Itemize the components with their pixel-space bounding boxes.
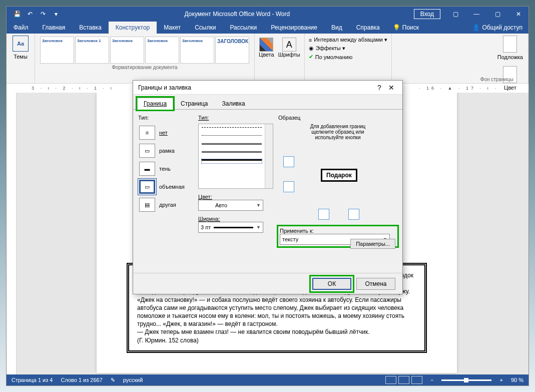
- search-label: Поиск: [402, 24, 419, 31]
- type-none[interactable]: ≡нет: [138, 124, 193, 142]
- save-icon[interactable]: 💾: [13, 10, 22, 19]
- spellcheck-icon[interactable]: ✎: [111, 377, 115, 383]
- maximize-icon[interactable]: ▢: [487, 7, 507, 22]
- line-style-item[interactable]: [202, 127, 262, 131]
- paragraph-group: ≡Интервал между абзацами ▾ ◉Эффекты ▾ ✔П…: [305, 34, 392, 83]
- watermark-button[interactable]: Подложка: [497, 36, 523, 60]
- dialog-body: Тип: ≡нет ▭рамка ▬тень ▭объемная ▤другая…: [133, 109, 402, 273]
- border-right-button[interactable]: [348, 209, 359, 220]
- style-item[interactable]: Заголовок: [180, 37, 214, 64]
- status-words[interactable]: Слово 1 из 2667: [61, 377, 102, 383]
- close-icon[interactable]: ✕: [508, 7, 528, 22]
- menu-help[interactable]: Справка: [349, 22, 387, 34]
- undo-icon[interactable]: ↶: [26, 10, 35, 19]
- themes-button[interactable]: Aa Темы: [11, 36, 31, 60]
- bulb-icon: 💡: [393, 24, 400, 31]
- ribbon: Aa Темы Заголовок Заголовок 1 Заголовок …: [7, 34, 528, 84]
- style-item[interactable]: ЗАГОЛОВОК: [215, 37, 249, 64]
- menu-references[interactable]: Ссылки: [188, 22, 223, 34]
- window-controls: Вход ▢ — ▢ ✕: [414, 7, 528, 22]
- width-combo[interactable]: 3 пт▼: [198, 222, 263, 233]
- check-icon: ✔: [309, 54, 313, 60]
- style-scrollbar[interactable]: [265, 124, 273, 188]
- redo-icon[interactable]: ↷: [39, 10, 48, 19]
- type-3d-icon: ▭: [139, 180, 155, 194]
- type-box[interactable]: ▭рамка: [138, 142, 193, 160]
- page-background-group: Подложка Цвет страницы Границы страниц: [492, 34, 528, 83]
- border-top-button[interactable]: [283, 156, 294, 167]
- fonts-button[interactable]: А Шрифты: [278, 38, 300, 58]
- line-style-item[interactable]: [202, 143, 262, 147]
- line-style-item[interactable]: [202, 151, 262, 155]
- type-shadow[interactable]: ▬тень: [138, 160, 193, 178]
- style-item[interactable]: Заголовок: [40, 37, 74, 64]
- menu-search[interactable]: 💡 Поиск: [387, 22, 425, 34]
- line-style-item[interactable]: [202, 135, 262, 139]
- style-gallery[interactable]: Заголовок Заголовок 1 Заголовок Заголово…: [39, 36, 250, 65]
- read-mode-icon[interactable]: [385, 376, 396, 384]
- chevron-down-icon: ▼: [256, 225, 261, 230]
- set-default-button[interactable]: ✔По умолчанию: [309, 53, 387, 61]
- doc-format-label: Форматирование документа: [39, 65, 250, 70]
- style-label: Тип:: [198, 115, 273, 121]
- web-layout-icon[interactable]: [411, 376, 422, 384]
- menu-view[interactable]: Вид: [324, 22, 349, 34]
- dialog-close-icon[interactable]: ✕: [385, 84, 397, 92]
- ok-button[interactable]: ОК: [312, 278, 351, 290]
- status-page[interactable]: Страница 1 из 4: [12, 377, 53, 383]
- style-item[interactable]: Заголовок: [145, 37, 179, 64]
- border-bottom-button[interactable]: [283, 181, 294, 192]
- quick-access-toolbar: 💾 ↶ ↷ ▾: [7, 10, 61, 19]
- watermark-icon: [503, 36, 517, 53]
- type-box-icon: ▭: [139, 144, 155, 158]
- dialog-title: Границы и заливка: [138, 84, 373, 91]
- qat-dropdown-icon[interactable]: ▾: [52, 10, 61, 19]
- menubar: Файл Главная Вставка Конструктор Макет С…: [7, 22, 528, 34]
- ribbon-options-icon[interactable]: ▢: [445, 7, 465, 22]
- menu-share[interactable]: 👤 Общий доступ: [466, 22, 528, 34]
- type-3d[interactable]: ▭объемная: [138, 178, 193, 196]
- print-layout-icon[interactable]: [398, 376, 409, 384]
- zoom-level[interactable]: 90 %: [511, 377, 523, 383]
- doc-quote: — Джек теперь мне взамен глаз! — не хвал…: [137, 328, 370, 335]
- menu-review[interactable]: Рецензирование: [264, 22, 324, 34]
- border-left-button[interactable]: [318, 209, 329, 220]
- type-none-icon: ≡: [139, 126, 155, 140]
- style-gallery-group: Заголовок Заголовок 1 Заголовок Заголово…: [35, 34, 255, 83]
- style-item[interactable]: Заголовок 1: [75, 37, 109, 64]
- paragraph-spacing-button[interactable]: ≡Интервал между абзацами ▾: [309, 36, 387, 44]
- color-label: Цвет:: [198, 194, 273, 200]
- minimize-icon[interactable]: —: [466, 7, 486, 22]
- zoom-slider[interactable]: [441, 379, 491, 381]
- dialog-help-icon[interactable]: ?: [373, 84, 385, 92]
- tab-border[interactable]: Граница: [137, 98, 173, 110]
- tab-page[interactable]: Страница: [174, 98, 214, 110]
- menu-mailings[interactable]: Рассылки: [223, 22, 264, 34]
- vertical-ruler[interactable]: [7, 93, 17, 374]
- tab-shading[interactable]: Заливка: [215, 98, 251, 110]
- style-listbox[interactable]: [198, 124, 273, 189]
- color-combo[interactable]: Авто▼: [198, 200, 263, 211]
- menu-design[interactable]: Конструктор: [109, 22, 157, 34]
- share-icon: 👤: [472, 24, 480, 31]
- menu-layout[interactable]: Макет: [157, 22, 188, 34]
- signin-button[interactable]: Вход: [414, 9, 440, 19]
- menu-home[interactable]: Главная: [36, 22, 73, 34]
- colors-button[interactable]: Цвета: [259, 38, 274, 58]
- zoom-in-icon[interactable]: +: [499, 377, 502, 383]
- menu-insert[interactable]: Вставка: [72, 22, 109, 34]
- menu-file[interactable]: Файл: [7, 22, 36, 34]
- type-label: Тип:: [138, 115, 193, 121]
- spacing-icon: ≡: [309, 37, 312, 43]
- style-item[interactable]: Заголовок: [110, 37, 144, 64]
- cancel-button[interactable]: Отмена: [356, 278, 395, 290]
- status-lang[interactable]: русский: [123, 377, 143, 383]
- share-label: Общий доступ: [482, 24, 522, 31]
- effects-button[interactable]: ◉Эффекты ▾: [309, 44, 387, 53]
- type-custom[interactable]: ▤другая: [138, 196, 193, 214]
- statusbar: Страница 1 из 4 Слово 1 из 2667 ✎ русски…: [7, 374, 528, 385]
- preview-area: Подарок: [278, 146, 397, 221]
- params-button[interactable]: Параметры...: [350, 239, 395, 249]
- zoom-out-icon[interactable]: −: [430, 377, 433, 383]
- line-style-item-selected[interactable]: [202, 159, 262, 163]
